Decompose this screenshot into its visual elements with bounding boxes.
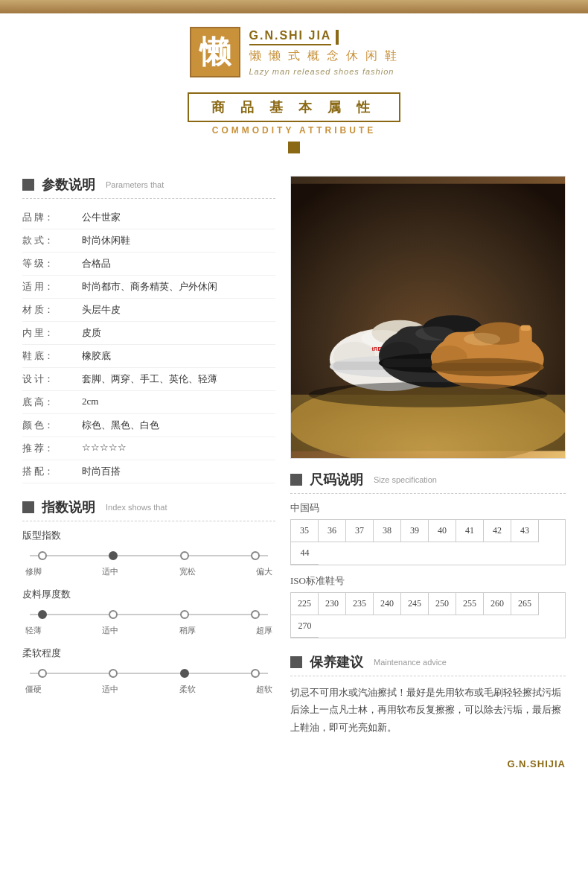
slider-group: 皮料厚度数轻薄适中稍厚超厚	[22, 588, 275, 636]
param-label: 设 计：	[22, 372, 82, 386]
index-section: 指数说明 Index shows that 版型指数修脚适中宽松偏大皮料厚度数轻…	[22, 498, 275, 695]
size-cell: 38	[374, 520, 401, 542]
slider-dot	[251, 551, 260, 560]
slider-track-container	[22, 666, 275, 681]
index-dashed	[22, 521, 275, 521]
small-rect	[288, 142, 300, 153]
params-label-cn: 参数说明	[42, 176, 95, 194]
slider-dot	[180, 551, 189, 560]
param-row: 颜 色：棕色、黑色、白色	[22, 414, 275, 437]
iso-label: ISO标准鞋号	[290, 574, 566, 588]
size-cell: 250	[429, 593, 456, 615]
slider-dot	[38, 551, 47, 560]
size-cell: 39	[401, 520, 429, 542]
params-table: 品 牌：公牛世家款 式：时尚休闲鞋等 级：合格品适 用：时尚都市、商务精英、户外…	[22, 206, 275, 483]
index-label-cn: 指数说明	[42, 498, 95, 516]
param-value: 时尚休闲鞋	[82, 234, 275, 247]
slider-label: 偏大	[256, 566, 272, 577]
maintenance-dashed	[290, 676, 566, 676]
size-cell: 35	[291, 520, 319, 542]
slider-dot	[109, 551, 118, 560]
size-cell: 44	[291, 542, 319, 565]
brand-logo-box: 懒	[190, 27, 240, 77]
slider-label: 超厚	[256, 625, 272, 636]
slider-label: 稍厚	[179, 625, 196, 636]
slider-track	[30, 555, 268, 556]
svg-rect-23	[432, 363, 540, 370]
size-cell: 235	[346, 593, 374, 615]
bottom-brand: G.N.SHIJIA	[0, 743, 588, 784]
size-cell: 245	[401, 593, 429, 615]
param-row: 材 质：头层牛皮	[22, 299, 275, 322]
slider-group: 版型指数修脚适中宽松偏大	[22, 529, 275, 577]
param-label: 适 用：	[22, 280, 82, 293]
param-value: 公牛世家	[82, 211, 275, 224]
param-value: 时尚百搭	[82, 465, 275, 478]
size-cell: 40	[429, 520, 456, 542]
size-square	[290, 474, 302, 486]
size-cell: 265	[511, 593, 539, 615]
gnshijia-text: G.N.SHI JIA	[249, 29, 332, 45]
slider-track	[30, 673, 268, 674]
param-value: ☆☆☆☆☆	[82, 442, 275, 454]
param-value: 2cm	[82, 396, 275, 407]
param-label: 推 荐：	[22, 442, 82, 455]
product-image: tRE	[290, 176, 566, 459]
param-value: 橡胶底	[82, 349, 275, 363]
size-cell: 230	[319, 593, 346, 615]
brand-logo-char: 懒	[199, 31, 231, 73]
index-square	[22, 501, 34, 513]
maintenance-text: 切忌不可用水或汽油擦拭！最好是先用软布或毛刷轻轻擦拭污垢后涂上一点凡士林，再用软…	[290, 684, 566, 736]
size-cell: 36	[319, 520, 346, 542]
slider-label: 僵硬	[25, 684, 42, 695]
slider-dot	[109, 610, 118, 619]
slider-dot	[38, 669, 47, 678]
param-label: 款 式：	[22, 234, 82, 247]
params-section: 参数说明 Parameters that 品 牌：公牛世家款 式：时尚休闲鞋等 …	[22, 176, 275, 483]
size-cell: 255	[456, 593, 484, 615]
svg-point-27	[309, 382, 548, 407]
size-cell: 43	[511, 520, 539, 542]
params-dashed	[22, 198, 275, 199]
param-value: 头层牛皮	[82, 303, 275, 317]
index-header: 指数说明 Index shows that	[22, 498, 275, 516]
param-label: 品 牌：	[22, 211, 82, 224]
param-row: 底 高：2cm	[22, 391, 275, 414]
slider-track-container	[22, 607, 275, 622]
slider-dot	[180, 669, 189, 678]
main-content: 参数说明 Parameters that 品 牌：公牛世家款 式：时尚休闲鞋等 …	[0, 168, 588, 743]
right-panel: tRE	[290, 176, 566, 736]
param-label: 底 高：	[22, 396, 82, 409]
param-row: 品 牌：公牛世家	[22, 206, 275, 229]
param-label: 材 质：	[22, 303, 82, 317]
gnshijia-bar	[336, 30, 339, 45]
slider-labels: 修脚适中宽松偏大	[22, 566, 275, 577]
china-code-label: 中国码	[290, 501, 566, 515]
sliders-container: 版型指数修脚适中宽松偏大皮料厚度数轻薄适中稍厚超厚柔软程度僵硬适中柔软超软	[22, 529, 275, 695]
param-label: 等 级：	[22, 257, 82, 270]
size-label-cn: 尺码说明	[310, 471, 363, 489]
slider-title: 柔软程度	[22, 647, 275, 660]
maintenance-label-en: Maintenance advice	[374, 658, 447, 667]
param-value: 套脚、两穿、手工、英伦、轻薄	[82, 372, 275, 386]
param-row: 推 荐：☆☆☆☆☆	[22, 437, 275, 460]
maintenance-label-cn: 保养建议	[310, 653, 363, 671]
slider-label: 适中	[102, 684, 118, 695]
param-value: 合格品	[82, 257, 275, 270]
slider-label: 超软	[256, 684, 272, 695]
size-dashed	[290, 493, 566, 494]
size-cell: 37	[346, 520, 374, 542]
size-section: 尺码说明 Size specification 中国码 353637383940…	[290, 471, 566, 638]
commodity-attr-en: COMMODITY ATTRIBUTE	[0, 125, 588, 136]
size-cell: 270	[291, 615, 319, 638]
slider-label: 修脚	[25, 566, 42, 577]
china-size-grid: 35363738394041424344	[290, 519, 566, 565]
params-square	[22, 179, 34, 191]
size-cell: 240	[374, 593, 401, 615]
param-row: 款 式：时尚休闲鞋	[22, 229, 275, 253]
slider-dot	[109, 669, 118, 678]
param-row: 设 计：套脚、两穿、手工、英伦、轻薄	[22, 368, 275, 391]
svg-point-24	[464, 333, 500, 346]
slider-track	[30, 614, 268, 615]
size-label-en: Size specification	[374, 475, 437, 484]
